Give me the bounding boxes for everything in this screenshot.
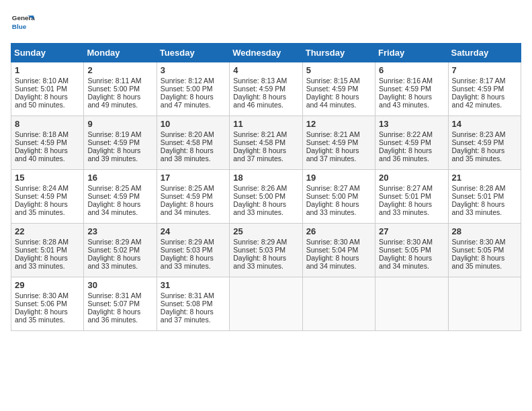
day-cell: 19Sunrise: 8:27 AMSunset: 5:00 PMDayligh… [302,170,375,224]
daylight: Daylight: 8 hours and 33 minutes. [306,200,359,216]
sunrise: Sunrise: 8:10 AM [15,77,69,85]
day-cell: 27Sunrise: 8:30 AMSunset: 5:05 PMDayligh… [375,224,448,277]
sunset: Sunset: 4:58 PM [161,138,213,146]
day-cell: 22Sunrise: 8:28 AMSunset: 5:01 PMDayligh… [11,224,84,277]
sunset: Sunset: 5:00 PM [306,192,359,200]
day-number: 31 [161,280,226,290]
daylight: Daylight: 8 hours and 40 minutes. [15,146,68,163]
sunset: Sunset: 5:01 PM [15,246,67,254]
day-cell: 5Sunrise: 8:15 AMSunset: 4:59 PMDaylight… [302,62,375,116]
sunset: Sunset: 5:01 PM [379,192,431,200]
sunrise: Sunrise: 8:21 AM [306,130,360,138]
sunset: Sunset: 5:05 PM [379,246,431,254]
sunrise: Sunrise: 8:11 AM [87,77,141,85]
sunrise: Sunrise: 8:13 AM [233,77,287,85]
week-row-2: 8Sunrise: 8:18 AMSunset: 4:59 PMDaylight… [11,116,521,170]
sunset: Sunset: 5:01 PM [15,85,67,93]
sunrise: Sunrise: 8:24 AM [15,184,69,192]
day-cell [375,277,448,331]
daylight: Daylight: 8 hours and 35 minutes. [452,146,505,163]
sunrise: Sunrise: 8:22 AM [379,130,433,138]
daylight: Daylight: 8 hours and 46 minutes. [233,93,286,109]
sunrise: Sunrise: 8:30 AM [379,238,433,246]
day-number: 24 [161,226,226,236]
day-cell [302,277,375,331]
sunset: Sunset: 5:00 PM [87,85,140,93]
day-number: 4 [233,65,298,75]
day-number: 13 [379,119,444,129]
day-number: 23 [87,226,152,236]
sunrise: Sunrise: 8:30 AM [452,238,506,246]
svg-text:General: General [12,14,35,21]
daylight: Daylight: 8 hours and 37 minutes. [306,146,359,163]
sunset: Sunset: 5:08 PM [161,300,213,308]
daylight: Daylight: 8 hours and 36 minutes. [379,146,432,163]
sunrise: Sunrise: 8:29 AM [161,238,214,246]
sunrise: Sunrise: 8:23 AM [452,130,506,138]
daylight: Daylight: 8 hours and 49 minutes. [87,93,140,109]
week-row-1: 1Sunrise: 8:10 AMSunset: 5:01 PMDaylight… [11,62,521,116]
sunrise: Sunrise: 8:20 AM [161,130,214,138]
daylight: Daylight: 8 hours and 37 minutes. [161,308,214,324]
sunset: Sunset: 5:01 PM [452,192,504,200]
day-number: 22 [15,226,80,236]
sunset: Sunset: 4:59 PM [15,192,67,200]
daylight: Daylight: 8 hours and 36 minutes. [87,308,140,324]
sunset: Sunset: 4:59 PM [452,138,504,146]
daylight: Daylight: 8 hours and 34 minutes. [379,254,432,270]
day-number: 11 [233,119,298,129]
daylight: Daylight: 8 hours and 47 minutes. [161,93,214,109]
day-cell: 24Sunrise: 8:29 AMSunset: 5:03 PMDayligh… [157,224,229,277]
day-number: 28 [452,226,517,236]
day-cell: 28Sunrise: 8:30 AMSunset: 5:05 PMDayligh… [448,224,521,277]
sunset: Sunset: 4:58 PM [233,138,285,146]
daylight: Daylight: 8 hours and 42 minutes. [452,93,505,109]
day-cell: 6Sunrise: 8:16 AMSunset: 4:59 PMDaylight… [375,62,448,116]
day-number: 15 [15,173,80,183]
sunrise: Sunrise: 8:28 AM [15,238,69,246]
daylight: Daylight: 8 hours and 38 minutes. [161,146,214,163]
day-number: 12 [306,119,371,129]
logo: General Blue [11,11,38,35]
calendar-table: SundayMondayTuesdayWednesdayThursdayFrid… [11,43,521,331]
sunset: Sunset: 4:59 PM [233,85,285,93]
sunset: Sunset: 4:59 PM [452,85,504,93]
day-number: 30 [87,280,152,290]
sunrise: Sunrise: 8:18 AM [15,130,69,138]
sunset: Sunset: 5:04 PM [306,246,359,254]
day-cell: 16Sunrise: 8:25 AMSunset: 4:59 PMDayligh… [84,170,157,224]
sunrise: Sunrise: 8:30 AM [306,238,360,246]
day-number: 19 [306,173,371,183]
header-row: SundayMondayTuesdayWednesdayThursdayFrid… [11,44,521,62]
daylight: Daylight: 8 hours and 33 minutes. [452,200,505,216]
day-number: 14 [452,119,517,129]
sunset: Sunset: 5:00 PM [161,85,213,93]
day-cell: 11Sunrise: 8:21 AMSunset: 4:58 PMDayligh… [230,116,302,170]
day-number: 20 [379,173,444,183]
sunset: Sunset: 4:59 PM [161,192,213,200]
day-number: 17 [161,173,226,183]
sunrise: Sunrise: 8:17 AM [452,77,506,85]
day-number: 25 [233,226,298,236]
sunset: Sunset: 4:59 PM [87,138,140,146]
sunset: Sunset: 4:59 PM [306,138,359,146]
day-cell: 15Sunrise: 8:24 AMSunset: 4:59 PMDayligh… [11,170,84,224]
sunset: Sunset: 4:59 PM [379,138,431,146]
sunrise: Sunrise: 8:30 AM [15,291,69,300]
sunrise: Sunrise: 8:31 AM [161,291,214,300]
day-number: 26 [306,226,371,236]
day-number: 1 [15,65,80,75]
sunset: Sunset: 4:59 PM [379,85,431,93]
day-cell: 4Sunrise: 8:13 AMSunset: 4:59 PMDaylight… [230,62,302,116]
daylight: Daylight: 8 hours and 35 minutes. [15,200,68,216]
day-number: 2 [87,65,152,75]
sunrise: Sunrise: 8:21 AM [233,130,287,138]
daylight: Daylight: 8 hours and 33 minutes. [87,254,140,270]
sunset: Sunset: 4:59 PM [306,85,359,93]
day-cell [448,277,521,331]
svg-text:Blue: Blue [12,23,27,30]
day-cell: 1Sunrise: 8:10 AMSunset: 5:01 PMDaylight… [11,62,84,116]
sunrise: Sunrise: 8:27 AM [306,184,360,192]
day-cell: 8Sunrise: 8:18 AMSunset: 4:59 PMDaylight… [11,116,84,170]
daylight: Daylight: 8 hours and 39 minutes. [87,146,140,163]
